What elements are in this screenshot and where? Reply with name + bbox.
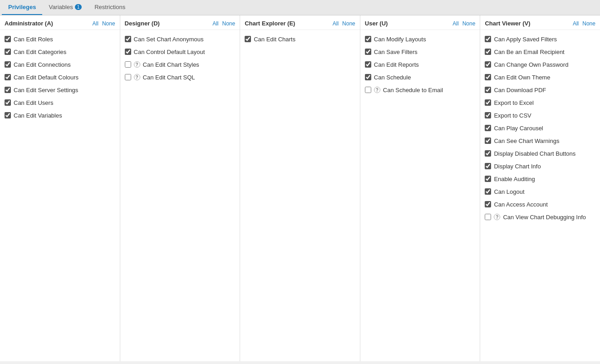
- perm-checkbox-chart-viewer-11[interactable]: [485, 176, 491, 182]
- perm-checkbox-designer-0[interactable]: [125, 36, 131, 42]
- perm-item: Can Access Account: [480, 198, 600, 211]
- column-chart-explorer: Chart Explorer (E)AllNoneCan Edit Charts: [240, 15, 360, 361]
- perm-label: Can Schedule: [374, 74, 411, 81]
- perm-item: Can Edit Variables: [0, 109, 120, 122]
- perm-item: Export to CSV: [480, 109, 600, 122]
- perm-label: Can Edit Default Colours: [14, 74, 79, 81]
- none-link-chart-viewer[interactable]: None: [582, 20, 595, 27]
- perm-label: Can Edit Variables: [14, 112, 62, 119]
- tab-variables[interactable]: Variables1: [42, 0, 88, 15]
- column-user: User (U)AllNoneCan Modify LayoutsCan Sav…: [360, 15, 481, 361]
- column-title-designer: Designer (D): [125, 20, 209, 27]
- none-link-administrator[interactable]: None: [102, 20, 115, 27]
- none-link-designer[interactable]: None: [222, 20, 236, 27]
- perm-item: Can Be an Email Recipient: [480, 45, 600, 58]
- perm-checkbox-user-3[interactable]: [365, 74, 371, 80]
- perm-label: Can Schedule to Email: [383, 87, 443, 93]
- perm-checkbox-chart-viewer-5[interactable]: [485, 99, 491, 106]
- perm-checkbox-administrator-4[interactable]: [5, 87, 11, 93]
- perm-checkbox-designer-1[interactable]: [125, 49, 131, 55]
- all-link-chart-explorer[interactable]: All: [333, 20, 339, 27]
- tab-badge-variables: 1: [75, 4, 82, 10]
- perm-checkbox-chart-viewer-13[interactable]: [485, 201, 491, 207]
- perm-label: Export to Excel: [494, 99, 533, 106]
- perm-checkbox-chart-viewer-14[interactable]: [485, 214, 491, 220]
- perm-item: Enable Auditing: [480, 172, 600, 185]
- perm-checkbox-chart-viewer-12[interactable]: [485, 188, 491, 195]
- perm-checkbox-chart-viewer-8[interactable]: [485, 138, 491, 144]
- perm-label: Can Be an Email Recipient: [494, 49, 564, 55]
- all-link-user[interactable]: All: [452, 20, 458, 27]
- perm-label: Can Modify Layouts: [374, 36, 426, 43]
- perm-item: Display Chart Info: [480, 160, 600, 172]
- none-link-chart-explorer[interactable]: None: [342, 20, 355, 27]
- perm-item: Can Change Own Password: [480, 58, 600, 71]
- perm-label: Can Edit Server Settings: [14, 87, 78, 93]
- perm-checkbox-administrator-0[interactable]: [5, 36, 11, 42]
- perm-checkbox-chart-viewer-1[interactable]: [485, 49, 491, 55]
- perm-checkbox-chart-viewer-0[interactable]: [485, 36, 491, 42]
- perm-checkbox-user-0[interactable]: [365, 36, 371, 42]
- perm-list-chart-explorer: Can Edit Charts: [240, 30, 360, 48]
- perm-item: Can See Chart Warnings: [480, 134, 600, 147]
- tab-privileges[interactable]: Privileges: [2, 0, 42, 15]
- perm-checkbox-user-2[interactable]: [365, 61, 371, 68]
- perm-item: Can Modify Layouts: [360, 33, 480, 45]
- help-icon[interactable]: ?: [494, 214, 500, 220]
- perm-checkbox-chart-viewer-10[interactable]: [485, 163, 491, 169]
- perm-label: Export to CSV: [494, 112, 531, 119]
- perm-item: Can Schedule: [360, 71, 480, 84]
- perm-item: Can Edit Categories: [0, 45, 120, 58]
- columns-wrapper: Administrator (A)AllNoneCan Edit RolesCa…: [0, 15, 600, 361]
- all-link-designer[interactable]: All: [212, 20, 218, 27]
- help-icon[interactable]: ?: [134, 61, 140, 68]
- column-header-designer: Designer (D)AllNone: [120, 15, 240, 30]
- perm-label: Display Disabled Chart Buttons: [494, 150, 575, 157]
- column-header-user: User (U)AllNone: [360, 15, 480, 30]
- perm-checkbox-administrator-6[interactable]: [5, 112, 11, 118]
- perm-label: Display Chart Info: [494, 163, 541, 170]
- perm-label: Can Edit Own Theme: [494, 74, 550, 81]
- perm-checkbox-designer-2[interactable]: [125, 61, 131, 68]
- perm-checkbox-administrator-5[interactable]: [5, 99, 11, 106]
- tab-restrictions[interactable]: Restrictions: [88, 0, 132, 15]
- perm-checkbox-designer-3[interactable]: [125, 74, 131, 80]
- tab-bar: PrivilegesVariables1Restrictions: [0, 0, 600, 15]
- perm-item: Can Edit Charts: [240, 33, 360, 45]
- perm-label: Can Edit Users: [14, 99, 53, 106]
- perm-checkbox-chart-viewer-9[interactable]: [485, 150, 491, 157]
- perm-checkbox-chart-viewer-4[interactable]: [485, 87, 491, 93]
- perm-checkbox-chart-viewer-3[interactable]: [485, 74, 491, 80]
- none-link-user[interactable]: None: [462, 20, 476, 27]
- all-link-chart-viewer[interactable]: All: [573, 20, 579, 27]
- perm-label: Can Edit Chart Styles: [143, 61, 199, 68]
- perm-item: Can Edit Reports: [360, 58, 480, 71]
- perm-label: Can Edit Connections: [14, 61, 71, 68]
- perm-checkbox-user-4[interactable]: [365, 87, 371, 93]
- perm-label: Can Play Carousel: [494, 125, 543, 132]
- perm-list-designer: Can Set Chart AnonymousCan Control Defau…: [120, 30, 240, 86]
- perm-item: Can Edit Own Theme: [480, 71, 600, 84]
- help-icon[interactable]: ?: [374, 87, 380, 93]
- perm-checkbox-administrator-3[interactable]: [5, 74, 11, 80]
- perm-checkbox-administrator-2[interactable]: [5, 61, 11, 68]
- help-icon[interactable]: ?: [134, 74, 140, 80]
- perm-checkbox-administrator-1[interactable]: [5, 49, 11, 55]
- column-designer: Designer (D)AllNoneCan Set Chart Anonymo…: [120, 15, 241, 361]
- perm-checkbox-chart-viewer-2[interactable]: [485, 61, 491, 68]
- perm-item: Can Edit Users: [0, 96, 120, 109]
- perm-item: Can Edit Roles: [0, 33, 120, 45]
- perm-list-user: Can Modify LayoutsCan Save FiltersCan Ed…: [360, 30, 480, 99]
- perm-checkbox-chart-explorer-0[interactable]: [245, 36, 251, 42]
- perm-checkbox-user-1[interactable]: [365, 49, 371, 55]
- perm-label: Can Edit Charts: [254, 36, 295, 43]
- perm-item: Can Edit Default Colours: [0, 71, 120, 84]
- all-link-administrator[interactable]: All: [93, 20, 98, 27]
- perm-list-chart-viewer: Can Apply Saved FiltersCan Be an Email R…: [480, 30, 600, 226]
- perm-label: Can Edit Roles: [14, 36, 53, 43]
- perm-checkbox-chart-viewer-6[interactable]: [485, 112, 491, 118]
- perm-item: Can Logout: [480, 185, 600, 198]
- perm-label: Can Download PDF: [494, 87, 546, 93]
- perm-checkbox-chart-viewer-7[interactable]: [485, 125, 491, 131]
- perm-label: Can Save Filters: [374, 49, 418, 55]
